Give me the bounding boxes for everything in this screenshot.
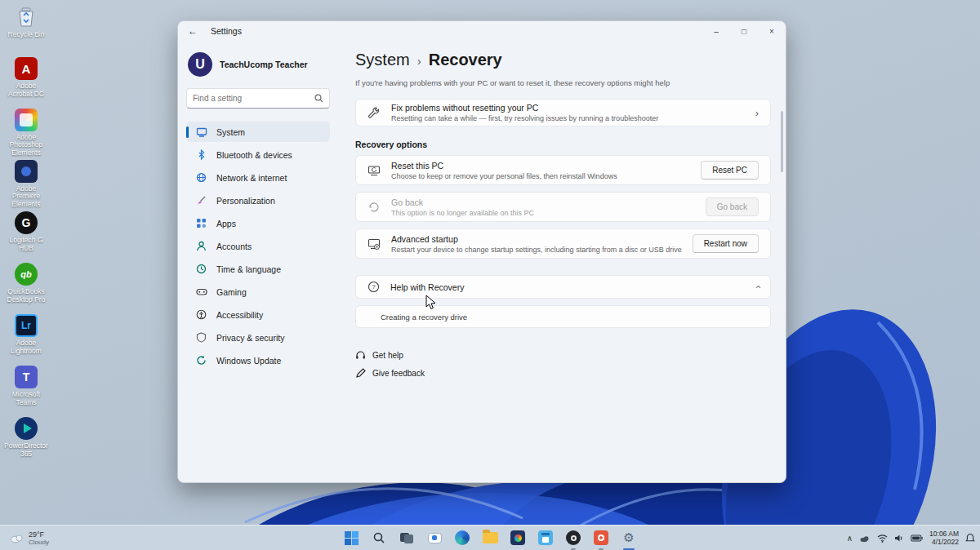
sidebar-item-gaming[interactable]: Gaming (186, 282, 330, 302)
desktop-icon-photoshop-elements[interactable]: Adobe Photoshop Elements (3, 106, 49, 157)
card-title: Go back (391, 197, 534, 207)
clock-date: 4/1/2022 (932, 538, 959, 546)
clock-time: 10:06 AM (929, 530, 959, 538)
page-subtitle: If you're having problems with your PC o… (355, 78, 771, 87)
fix-problems-card[interactable]: Fix problems without resetting your PC R… (355, 99, 771, 126)
sidebar-item-label: Personalization (216, 196, 275, 206)
recorder-app-icon (594, 530, 608, 545)
person-icon (195, 240, 207, 252)
minimize-button[interactable]: – (702, 21, 730, 41)
settings-main-pane: System › Recovery If you're having probl… (341, 41, 779, 482)
desktop-icon-logitech-ghub[interactable]: G Logitech G HUB (3, 209, 49, 259)
file-explorer-button[interactable] (480, 528, 500, 548)
store-button[interactable] (536, 528, 555, 548)
shield-icon (195, 331, 207, 344)
card-description: Resetting can take a while — first, try … (391, 114, 658, 122)
sidebar-item-personalization[interactable]: Personalization (186, 190, 330, 211)
quickbooks-icon: qb (14, 262, 38, 286)
premiere-elements-icon (14, 159, 38, 184)
search-input[interactable] (193, 94, 314, 103)
desktop-icon-recycle-bin[interactable]: Recycle Bin (3, 3, 49, 54)
teams-icon: T (14, 365, 38, 389)
breadcrumb-system[interactable]: System (355, 51, 410, 69)
photos-button[interactable] (508, 528, 528, 548)
give-feedback-label: Give feedback (372, 369, 425, 378)
breadcrumb-separator-icon: › (417, 54, 421, 68)
desktop-icon-lightroom[interactable]: Lr Adobe Lightroom (3, 312, 49, 362)
card-title: Advanced startup (391, 234, 682, 244)
reset-pc-button[interactable]: Reset PC (701, 161, 759, 180)
sidebar-item-label: Apps (216, 219, 236, 228)
user-account[interactable]: U TeachUcomp Teacher (188, 52, 330, 77)
sidebar-item-label: System (216, 127, 245, 137)
desktop-icon-label: PowerDirector 365 (4, 442, 48, 458)
start-button[interactable] (341, 528, 361, 548)
search-icon (373, 532, 385, 544)
taskbar: 29°F Cloudy (0, 525, 980, 550)
help-icon: ? (368, 281, 380, 293)
lightroom-icon: Lr (14, 313, 38, 338)
back-button[interactable]: ← (188, 25, 204, 37)
taskbar-search-button[interactable] (369, 528, 389, 548)
taskbar-clock[interactable]: 10:06 AM 4/1/2022 (929, 530, 959, 546)
desktop-icon-quickbooks[interactable]: qb QuickBooks Desktop Pro (3, 260, 49, 311)
speaker-icon[interactable] (894, 534, 904, 543)
weather-widget[interactable]: 29°F Cloudy (5, 527, 54, 548)
sidebar-item-bluetooth-devices[interactable]: Bluetooth & devices (186, 144, 330, 165)
store-icon (538, 530, 553, 545)
wrench-icon (368, 106, 381, 119)
edge-button[interactable] (452, 528, 472, 548)
battery-icon[interactable] (911, 534, 923, 542)
sidebar-item-label: Windows Update (216, 356, 281, 366)
sidebar-item-label: Gaming (216, 287, 247, 297)
close-button[interactable]: × (758, 21, 786, 41)
sidebar-item-privacy-security[interactable]: Privacy & security (186, 327, 330, 348)
go-back-icon (368, 201, 381, 214)
edge-icon (455, 530, 470, 545)
restart-now-button[interactable]: Restart now (693, 234, 759, 253)
card-description: Restart your device to change startup se… (391, 246, 682, 254)
maximize-button[interactable]: □ (730, 21, 758, 41)
sidebar-item-accessibility[interactable]: Accessibility (186, 304, 330, 325)
advanced-startup-card: Advanced startup Restart your device to … (355, 228, 771, 259)
give-feedback-link[interactable]: Give feedback (355, 368, 771, 379)
task-view-button[interactable] (397, 528, 416, 548)
scrollbar-thumb[interactable] (781, 111, 783, 172)
desktop-icon-powerdirector[interactable]: PowerDirector 365 (3, 415, 49, 465)
onedrive-icon[interactable] (859, 534, 871, 543)
sidebar-item-label: Accessibility (216, 310, 263, 320)
folder-icon (483, 532, 498, 543)
photoshop-elements-icon (14, 108, 38, 132)
recovery-drive-link[interactable]: Creating a recovery drive (381, 313, 467, 322)
sidebar-item-network-internet[interactable]: Network & internet (186, 167, 330, 188)
search-box[interactable] (186, 88, 330, 109)
desktop-icon-label: Recycle Bin (8, 31, 45, 39)
sidebar-item-time-language[interactable]: Time & language (186, 259, 330, 279)
hidden-icons-chevron-icon[interactable]: ∧ (847, 534, 853, 543)
settings-app-button[interactable]: ⚙ (619, 528, 639, 548)
sidebar-item-system[interactable]: System (186, 122, 330, 142)
svg-text:?: ? (372, 283, 376, 291)
sidebar-item-windows-update[interactable]: Windows Update (186, 350, 330, 370)
desktop-icon-premiere-elements[interactable]: Adobe Premiere Elements (3, 157, 49, 208)
gear-icon: ⚙ (623, 530, 634, 545)
sidebar-item-apps[interactable]: Apps (186, 213, 330, 233)
sidebar-item-label: Network & internet (216, 173, 287, 183)
desktop-icon-adobe-acrobat[interactable]: A Adobe Acrobat DC (3, 55, 49, 105)
sidebar-item-accounts[interactable]: Accounts (186, 236, 330, 256)
get-help-link[interactable]: Get help (355, 350, 771, 361)
media-app-button[interactable] (564, 528, 583, 548)
help-link-row[interactable]: Creating a recovery drive (355, 305, 771, 328)
avatar: U (188, 52, 212, 77)
chat-button[interactable] (425, 528, 444, 548)
desktop-icon-teams[interactable]: T Microsoft Teams (3, 363, 49, 414)
notification-bell-icon[interactable] (965, 533, 975, 543)
advanced-startup-icon (368, 237, 381, 251)
recorder-app-button[interactable] (591, 528, 611, 548)
logitech-ghub-icon: G (14, 211, 38, 235)
settings-sidebar: U TeachUcomp Teacher System (178, 41, 338, 482)
desktop-icons: Recycle Bin A Adobe Acrobat DC Adobe Pho… (3, 3, 49, 465)
settings-window: ← Settings – □ × U TeachUcomp Teacher (177, 20, 786, 483)
wifi-icon[interactable] (877, 534, 888, 543)
help-with-recovery-expander[interactable]: ? Help with Recovery › (355, 275, 771, 299)
